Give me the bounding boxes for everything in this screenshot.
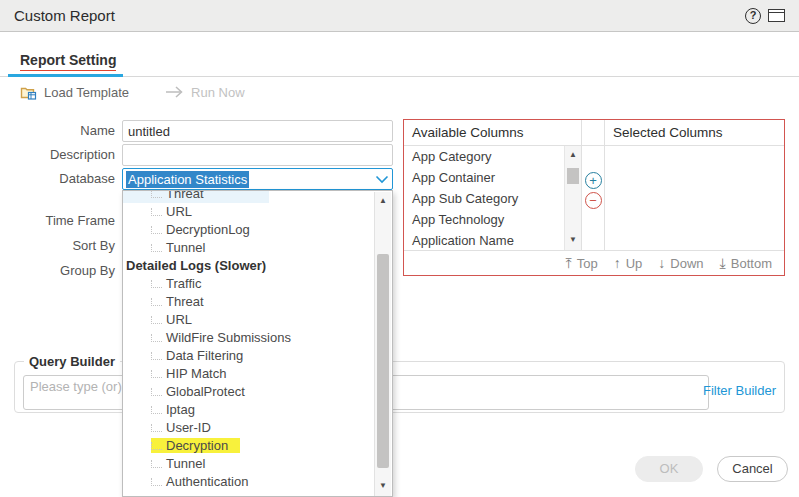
tab-bar: Report Setting (0, 32, 799, 77)
load-template-label: Load Template (44, 85, 129, 100)
tree-connector-icon (151, 226, 162, 234)
columns-transfer-controls: + − (582, 146, 604, 250)
time-frame-label: Time Frame (45, 212, 115, 230)
columns-panel-middle-top (582, 120, 604, 146)
tree-connector-icon (151, 406, 162, 414)
filter-builder-link[interactable]: Filter Builder (703, 383, 776, 398)
selected-columns-list (604, 146, 784, 250)
available-columns-list: App Category App Container App Sub Categ… (404, 146, 582, 250)
chevron-down-icon (375, 175, 389, 184)
database-option[interactable]: DecryptionLog (123, 221, 374, 239)
tab-report-setting[interactable]: Report Setting (8, 52, 123, 76)
database-option[interactable]: Threat (123, 293, 374, 311)
move-bottom-button[interactable]: ⤓ Bottom (720, 255, 772, 272)
database-dropdown-popup: Threat URL DecryptionLog (122, 190, 393, 497)
folder-template-icon (20, 85, 37, 100)
help-icon[interactable]: ? (745, 8, 761, 24)
report-setting-panel: Name Description Database Time Frame Sor… (0, 107, 799, 497)
database-option[interactable]: Tunnel (123, 239, 374, 257)
tree-connector-icon (151, 316, 162, 324)
columns-panel: Available Columns Selected Columns App C… (403, 119, 785, 276)
scrollbar-thumb[interactable] (567, 168, 579, 184)
tab-label: Report Setting (20, 52, 116, 71)
sort-by-label: Sort By (72, 237, 115, 255)
available-column-item[interactable]: App Sub Category (404, 188, 581, 209)
available-columns-scrollbar[interactable]: ▲ ▼ (564, 146, 581, 250)
column-order-toolbar: ⤒ Top ↑ Up ↓ Down ⤓ Bottom (404, 250, 784, 275)
available-columns-header: Available Columns (404, 120, 582, 146)
database-option[interactable]: Decryption (123, 437, 374, 455)
tree-connector-icon (151, 352, 162, 360)
database-option[interactable]: URL (123, 203, 374, 221)
description-label: Description (50, 146, 115, 164)
move-bottom-icon: ⤓ (720, 255, 726, 272)
tree-connector-icon (151, 370, 162, 378)
tree-connector-icon (151, 190, 162, 198)
scroll-up-icon[interactable]: ▲ (565, 147, 581, 163)
move-top-icon: ⤒ (566, 255, 572, 272)
database-option[interactable]: Tunnel (123, 455, 374, 473)
selected-columns-header: Selected Columns (604, 120, 784, 146)
database-select[interactable]: Application Statistics (122, 168, 393, 190)
database-option[interactable]: HIP Match (123, 365, 374, 383)
move-down-label: Down (670, 256, 703, 271)
ok-button[interactable]: OK (635, 456, 703, 482)
move-up-label: Up (626, 256, 643, 271)
available-column-item[interactable]: Application Name (404, 230, 581, 250)
scrollbar-thumb[interactable] (377, 254, 389, 468)
tree-connector-icon (151, 460, 162, 468)
description-input[interactable] (122, 144, 393, 166)
load-template-button[interactable]: Load Template (20, 85, 129, 100)
tree-connector-icon (151, 244, 162, 252)
available-column-item[interactable]: App Category (404, 146, 581, 167)
database-option[interactable]: Authentication (123, 473, 374, 491)
scroll-up-icon[interactable]: ▲ (375, 193, 391, 209)
cancel-button[interactable]: Cancel (717, 456, 788, 482)
available-column-item[interactable]: App Technology (404, 209, 581, 230)
tree-connector-icon (151, 208, 162, 216)
run-now-button[interactable]: Run Now (165, 85, 244, 100)
move-bottom-label: Bottom (731, 256, 772, 271)
tree-connector-icon (151, 334, 162, 342)
database-option[interactable]: User-ID (123, 419, 374, 437)
move-down-icon: ↓ (658, 255, 665, 271)
dropdown-scrollbar[interactable]: ▲ ▼ (374, 192, 391, 496)
database-option-list: Threat URL DecryptionLog (123, 190, 374, 491)
scroll-down-icon[interactable]: ▼ (375, 478, 391, 494)
window-icon[interactable] (768, 9, 785, 22)
tree-connector-icon (151, 442, 162, 450)
database-label: Database (59, 170, 115, 188)
database-option[interactable]: Traffic (123, 275, 374, 293)
database-option[interactable]: Threat (123, 190, 374, 203)
move-down-button[interactable]: ↓ Down (658, 255, 703, 271)
tree-connector-icon (151, 478, 162, 486)
available-column-item[interactable]: App Container (404, 167, 581, 188)
name-label: Name (80, 122, 115, 140)
group-by-label: Group By (60, 262, 115, 280)
active-tab-indicator (8, 74, 123, 77)
tree-connector-icon (151, 424, 162, 432)
move-top-button[interactable]: ⤒ Top (566, 255, 598, 272)
dialog-titlebar: Custom Report ? (0, 0, 799, 32)
add-column-button[interactable]: + (585, 172, 602, 189)
database-option[interactable]: URL (123, 311, 374, 329)
database-option[interactable]: Detailed Logs (Slower) (123, 257, 374, 275)
query-builder-legend: Query Builder (24, 354, 120, 369)
action-bar: Load Template Run Now (0, 77, 799, 107)
move-top-label: Top (577, 256, 598, 271)
tree-connector-icon (151, 280, 162, 288)
name-input[interactable] (122, 120, 393, 142)
scroll-down-icon[interactable]: ▼ (565, 232, 581, 248)
move-up-button[interactable]: ↑ Up (614, 255, 643, 271)
database-selected-value: Application Statistics (126, 171, 249, 188)
database-option[interactable]: GlobalProtect (123, 383, 374, 401)
database-option[interactable]: Iptag (123, 401, 374, 419)
tree-connector-icon (151, 388, 162, 396)
page-title: Custom Report (14, 7, 745, 24)
run-arrow-icon (165, 86, 184, 98)
database-option[interactable]: WildFire Submissions (123, 329, 374, 347)
remove-column-button[interactable]: − (585, 192, 602, 209)
tree-connector-icon (151, 298, 162, 306)
database-option[interactable]: Data Filtering (123, 347, 374, 365)
run-now-label: Run Now (191, 85, 244, 100)
